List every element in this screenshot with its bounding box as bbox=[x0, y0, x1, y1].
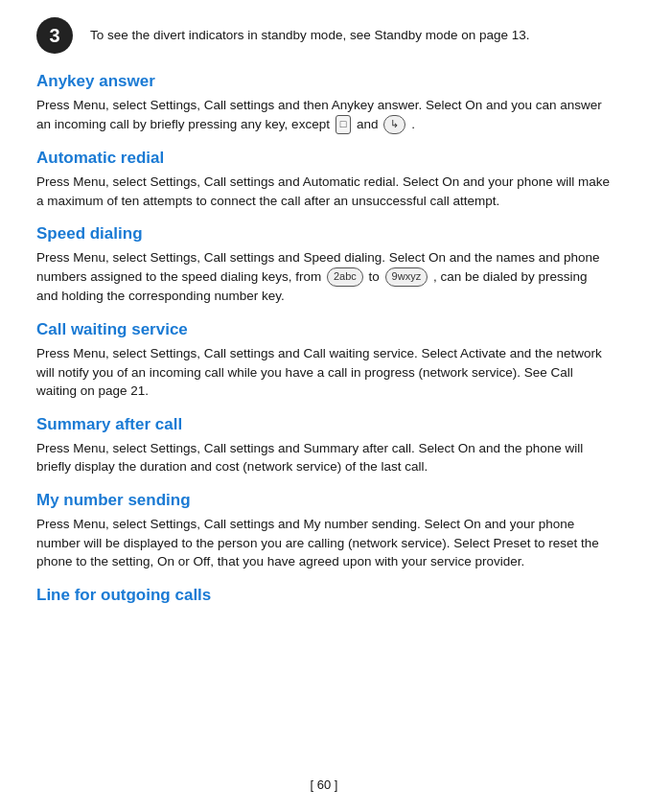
section-body-automatic-redial: Press Menu, select Settings, Call settin… bbox=[36, 173, 612, 210]
page-container: 3 To see the divert indicators in standb… bbox=[0, 0, 648, 812]
end-call-icon: ↳ bbox=[383, 115, 405, 134]
section-title-summary-after-call: Summary after call bbox=[36, 414, 612, 435]
header-intro: To see the divert indicators in standby … bbox=[90, 26, 530, 45]
section-body-my-number-sending: Press Menu, select Settings, Call settin… bbox=[36, 515, 612, 571]
header-row: 3 To see the divert indicators in standb… bbox=[36, 17, 612, 54]
section-body-summary-after-call: Press Menu, select Settings, Call settin… bbox=[36, 439, 612, 476]
key-9wxyz-icon: 9wxyz bbox=[385, 267, 428, 287]
key-2abc-icon: 2abc bbox=[327, 267, 363, 287]
section-title-anykey-answer: Anykey answer bbox=[36, 71, 612, 92]
section-line-for-outgoing-calls: Line for outgoing calls bbox=[36, 585, 612, 606]
section-call-waiting-service: Call waiting service Press Menu, select … bbox=[36, 319, 612, 401]
section-body-speed-dialing: Press Menu, select Settings, Call settin… bbox=[36, 248, 612, 306]
hash-key-icon: □ bbox=[336, 115, 352, 134]
section-title-automatic-redial: Automatic redial bbox=[36, 148, 612, 169]
section-summary-after-call: Summary after call Press Menu, select Se… bbox=[36, 414, 612, 476]
page-footer: [ 60 ] bbox=[0, 777, 648, 795]
section-title-call-waiting-service: Call waiting service bbox=[36, 319, 612, 340]
section-my-number-sending: My number sending Press Menu, select Set… bbox=[36, 490, 612, 571]
page-number: [ 60 ] bbox=[311, 777, 338, 792]
section-body-call-waiting-service: Press Menu, select Settings, Call settin… bbox=[36, 344, 612, 401]
chapter-number: 3 bbox=[49, 22, 59, 50]
section-automatic-redial: Automatic redial Press Menu, select Sett… bbox=[36, 148, 612, 210]
section-anykey-answer: Anykey answer Press Menu, select Setting… bbox=[36, 71, 612, 134]
section-title-my-number-sending: My number sending bbox=[36, 490, 612, 511]
chapter-badge: 3 bbox=[36, 17, 73, 54]
section-title-speed-dialing: Speed dialing bbox=[36, 223, 612, 244]
section-title-line-for-outgoing-calls: Line for outgoing calls bbox=[36, 585, 612, 606]
section-speed-dialing: Speed dialing Press Menu, select Setting… bbox=[36, 223, 612, 306]
section-body-anykey-answer: Press Menu, select Settings, Call settin… bbox=[36, 96, 612, 134]
